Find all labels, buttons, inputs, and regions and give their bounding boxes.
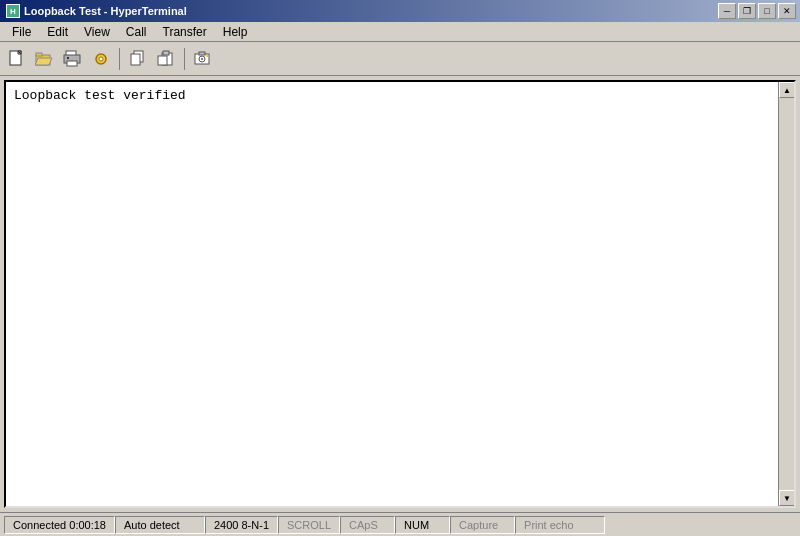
svg-point-10 — [99, 57, 103, 61]
menu-transfer[interactable]: Transfer — [155, 23, 215, 41]
capture-icon — [193, 50, 213, 68]
svg-point-19 — [201, 58, 203, 60]
open-button[interactable] — [32, 46, 58, 72]
menu-edit[interactable]: Edit — [39, 23, 76, 41]
print-button[interactable] — [60, 46, 86, 72]
vertical-scrollbar[interactable]: ▲ ▼ — [778, 82, 794, 506]
copy-button[interactable] — [125, 46, 151, 72]
scrollbar-track[interactable] — [779, 98, 794, 490]
toolbar-separator-2 — [184, 48, 185, 70]
menu-call[interactable]: Call — [118, 23, 155, 41]
scroll-up-button[interactable]: ▲ — [779, 82, 795, 98]
detect-status: Auto detect — [115, 516, 205, 534]
scroll-down-button[interactable]: ▼ — [779, 490, 795, 506]
close-button[interactable]: ✕ — [778, 3, 796, 19]
copy-icon — [129, 50, 147, 68]
svg-rect-3 — [36, 53, 42, 56]
svg-rect-12 — [131, 54, 140, 65]
svg-rect-20 — [206, 55, 208, 57]
new-button[interactable] — [4, 46, 30, 72]
properties-icon — [91, 50, 111, 68]
toolbar — [0, 42, 800, 76]
terminal-area[interactable]: Loopback test verified ▲ ▼ — [4, 80, 796, 508]
open-icon — [35, 50, 55, 68]
paste-icon — [157, 50, 175, 68]
svg-rect-14 — [163, 51, 169, 55]
window-title: Loopback Test - HyperTerminal — [24, 5, 187, 17]
title-bar: H Loopback Test - HyperTerminal ─ ❐ □ ✕ — [0, 0, 800, 22]
maximize-button[interactable]: □ — [758, 3, 776, 19]
new-icon — [8, 50, 26, 68]
capture-status: Capture — [450, 516, 515, 534]
capture-button[interactable] — [190, 46, 216, 72]
print-icon — [63, 50, 83, 68]
svg-marker-4 — [35, 58, 52, 65]
num-status: NUM — [395, 516, 450, 534]
svg-rect-7 — [67, 57, 69, 59]
properties-button[interactable] — [88, 46, 114, 72]
print-echo-status: Print echo — [515, 516, 605, 534]
svg-rect-15 — [158, 56, 167, 65]
status-bar: Connected 0:00:18 Auto detect 2400 8-N-1… — [0, 512, 800, 536]
scroll-status: SCROLL — [278, 516, 340, 534]
paste-button[interactable] — [153, 46, 179, 72]
minimize-button[interactable]: ─ — [718, 3, 736, 19]
menu-help[interactable]: Help — [215, 23, 256, 41]
baud-status: 2400 8-N-1 — [205, 516, 278, 534]
app-icon: H — [6, 4, 20, 18]
connection-status: Connected 0:00:18 — [4, 516, 115, 534]
caps-status: CApS — [340, 516, 395, 534]
menu-file[interactable]: File — [4, 23, 39, 41]
svg-rect-8 — [67, 61, 77, 66]
main-window: Loopback test verified ▲ ▼ — [0, 76, 800, 512]
svg-rect-17 — [199, 52, 205, 55]
restore-button[interactable]: ❐ — [738, 3, 756, 19]
toolbar-separator-1 — [119, 48, 120, 70]
window-controls: ─ ❐ □ ✕ — [718, 3, 796, 19]
menu-bar: File Edit View Call Transfer Help — [0, 22, 800, 42]
menu-view[interactable]: View — [76, 23, 118, 41]
terminal-content: Loopback test verified — [6, 82, 794, 109]
